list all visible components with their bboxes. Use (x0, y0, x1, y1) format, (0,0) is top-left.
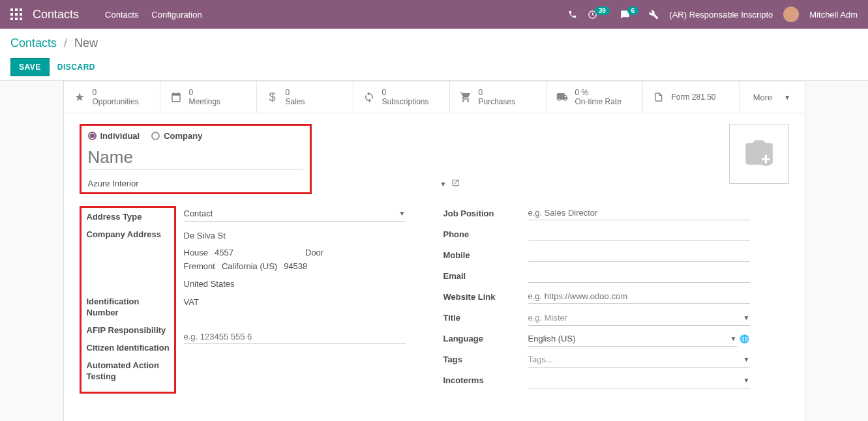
website-input[interactable] (528, 289, 750, 304)
address-type-select[interactable]: Contact ▼ (184, 206, 406, 222)
radio-company[interactable]: Company (151, 131, 202, 141)
app-title: Contacts (33, 8, 79, 22)
automated-value[interactable] (184, 344, 412, 361)
radio-individual[interactable]: Individual (88, 131, 140, 141)
stat-meetings[interactable]: 0Meetings (160, 81, 257, 113)
activity-badge: 39 (595, 7, 610, 15)
chevron-down-icon: ▼ (743, 377, 750, 384)
svg-rect-5 (20, 13, 22, 16)
job-input[interactable] (528, 206, 750, 220)
svg-rect-4 (15, 13, 18, 16)
company-switcher[interactable]: (AR) Responsable Inscripto (669, 10, 773, 20)
dollar-icon: $ (266, 91, 279, 104)
incoterms-select[interactable]: ▼ (528, 373, 750, 388)
image-upload[interactable] (729, 124, 789, 184)
mobile-input[interactable] (528, 248, 750, 262)
stat-bar: ★ 0Opportunities 0Meetings $ 0Sales 0Sub… (64, 81, 805, 113)
label-company-address: Company Address (87, 229, 172, 240)
breadcrumb: Contacts / New (10, 36, 858, 50)
label-job: Job Position (443, 206, 528, 218)
address-country[interactable]: United States (184, 275, 412, 292)
address-street[interactable]: De Silva St (184, 227, 412, 244)
svg-rect-6 (10, 18, 13, 20)
stat-purchases[interactable]: 0Purchases (450, 81, 546, 113)
label-id-number: Identification Number (87, 297, 172, 319)
phone-icon[interactable] (568, 10, 577, 19)
user-avatar[interactable] (783, 7, 799, 22)
external-link-icon[interactable] (451, 179, 460, 189)
chevron-down-icon: ▼ (743, 356, 750, 363)
tools-icon[interactable] (649, 10, 659, 20)
stat-form281[interactable]: Form 281.50 (643, 81, 740, 113)
label-title: Title (443, 310, 528, 323)
control-bar: Contacts / New SAVE DISCARD (0, 29, 868, 81)
address-house-value[interactable]: 4557 (215, 248, 233, 257)
discard-button[interactable]: DISCARD (57, 63, 95, 72)
address-state[interactable]: California (US) (222, 261, 277, 271)
breadcrumb-sep: / (64, 36, 67, 50)
stat-sales[interactable]: $ 0Sales (257, 81, 353, 113)
chevron-down-icon: ▼ (399, 210, 406, 217)
truck-icon (556, 91, 569, 103)
highlight-labels-box: Address Type Company Address Identificat… (80, 206, 176, 394)
name-input[interactable] (88, 146, 303, 169)
discuss-badge: 6 (627, 7, 639, 15)
title-select[interactable]: e.g. Mister▼ (528, 310, 750, 326)
radio-checked-icon (88, 132, 97, 140)
topbar-right: 39 6 (AR) Responsable Inscripto Mitchell… (568, 7, 858, 22)
calendar-icon (170, 91, 183, 103)
user-name[interactable]: Mitchell Adm (809, 10, 858, 20)
address-door-label: Door (305, 248, 323, 257)
label-tags: Tags (443, 352, 528, 364)
save-button[interactable]: SAVE (10, 58, 50, 76)
form-sheet: ★ 0Opportunities 0Meetings $ 0Sales 0Sub… (63, 81, 805, 421)
label-phone: Phone (443, 227, 528, 239)
label-email: Email (443, 269, 528, 281)
label-address-type: Address Type (87, 212, 172, 223)
stat-more[interactable]: More ▼ (740, 81, 805, 113)
breadcrumb-current: New (74, 36, 98, 50)
address-city[interactable]: Fremont (184, 261, 215, 271)
address-zip[interactable]: 94538 (284, 261, 307, 271)
label-automated: Automated Action Testing (87, 360, 172, 383)
menu-configuration[interactable]: Configuration (151, 10, 202, 20)
topbar: Contacts Contacts Configuration 39 6 (AR… (0, 0, 868, 29)
stat-subscriptions[interactable]: 0Subscriptions (353, 81, 450, 113)
svg-rect-3 (10, 13, 13, 16)
form-actions: SAVE DISCARD (10, 58, 858, 80)
document-icon (652, 91, 665, 103)
svg-rect-0 (10, 8, 13, 11)
phone-input[interactable] (528, 227, 750, 241)
email-input[interactable] (528, 269, 750, 283)
stat-opportunities[interactable]: ★ 0Opportunities (64, 81, 160, 113)
discuss-icon[interactable]: 6 (620, 10, 639, 20)
label-afip: AFIP Responsibility (87, 325, 172, 336)
company-dropdown-caret[interactable]: ▼ (440, 181, 447, 188)
address-house-label: House (184, 248, 209, 257)
star-icon: ★ (73, 90, 86, 104)
citizen-input[interactable] (184, 330, 406, 344)
top-menu: Contacts Configuration (105, 10, 202, 20)
refresh-icon (363, 91, 376, 103)
address-block: De Silva St House 4557 Door Fremont Cali… (184, 227, 412, 292)
label-language: Language (443, 331, 528, 343)
label-website: Website Link (443, 289, 528, 302)
chevron-down-icon: ▼ (784, 94, 790, 101)
menu-contacts[interactable]: Contacts (105, 10, 138, 20)
svg-rect-7 (15, 18, 18, 20)
globe-icon[interactable]: 🌐 (740, 334, 749, 343)
activity-icon[interactable]: 39 (588, 10, 610, 20)
chevron-down-icon: ▼ (730, 335, 737, 342)
label-citizen: Citizen Identification (87, 343, 172, 354)
language-select[interactable]: English (US)▼ (528, 331, 737, 347)
stat-ontime[interactable]: 0 %On-time Rate (546, 81, 643, 113)
id-number-value[interactable]: VAT (184, 293, 412, 310)
tags-select[interactable]: Tags...▼ (528, 352, 750, 368)
breadcrumb-root[interactable]: Contacts (10, 36, 57, 50)
svg-rect-1 (15, 8, 18, 11)
label-mobile: Mobile (443, 248, 528, 260)
apps-icon[interactable] (10, 8, 22, 20)
chevron-down-icon: ▼ (743, 314, 750, 321)
afip-value[interactable] (184, 310, 412, 327)
radio-unchecked-icon (151, 132, 160, 140)
